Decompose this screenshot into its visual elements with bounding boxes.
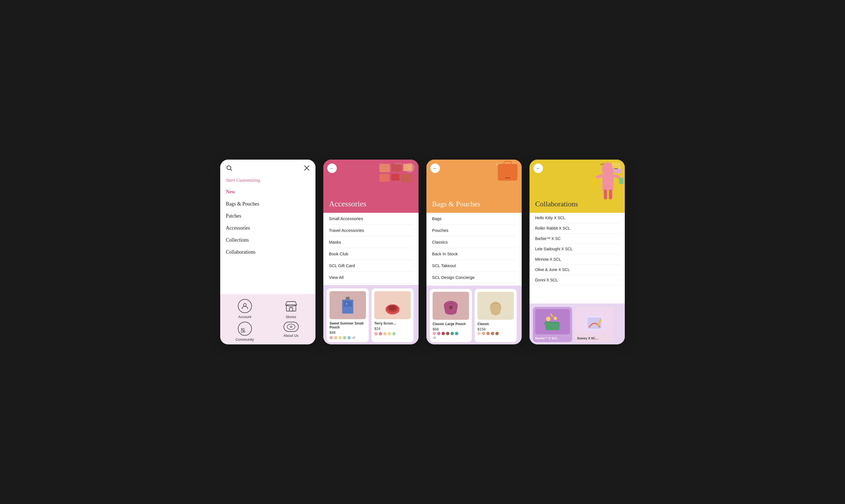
about-us-icon bbox=[283, 322, 299, 332]
menu-item-small-acc[interactable]: Small Accessories bbox=[329, 213, 413, 224]
search-icon[interactable] bbox=[226, 165, 232, 173]
about-us-button[interactable]: About Us bbox=[269, 322, 313, 342]
menu-item-masks[interactable]: Masks bbox=[329, 236, 413, 248]
accessories-title: Accessories bbox=[329, 199, 413, 208]
color-dot bbox=[334, 336, 337, 339]
color-dot bbox=[433, 332, 436, 335]
product-card-pouch: Z Sweet Summer Small Pouch $88 +8 bbox=[327, 288, 369, 342]
store-icon bbox=[284, 299, 298, 313]
community-button[interactable]: SC LN Community bbox=[223, 322, 266, 342]
color-dot bbox=[383, 332, 387, 336]
color-dot bbox=[477, 332, 481, 335]
menu-item-donni[interactable]: Donni X SCL bbox=[535, 275, 619, 285]
menu-item-view-all[interactable]: View All bbox=[329, 272, 413, 283]
menu-item-pouches[interactable]: Pouches bbox=[432, 224, 516, 236]
color-more: +8 bbox=[352, 336, 355, 339]
nav-item-accessories[interactable]: Accessories bbox=[226, 222, 310, 234]
screens-container: Start Customizing New Bags & Pouches Pat… bbox=[220, 160, 625, 344]
svg-rect-32 bbox=[619, 178, 623, 184]
nav-item-collections[interactable]: Collections bbox=[226, 234, 310, 246]
menu-item-minnow[interactable]: Minnow X SCL bbox=[535, 254, 619, 265]
menu-item-gift-card[interactable]: SCL Gift Card bbox=[329, 260, 413, 272]
product-price-2: $24 bbox=[374, 326, 411, 331]
menu-item-design[interactable]: SCL Design Concierge bbox=[432, 272, 516, 283]
svg-rect-14 bbox=[344, 301, 352, 307]
nav-item-collaborations[interactable]: Collaborations bbox=[226, 246, 310, 258]
color-dot bbox=[374, 332, 378, 336]
svg-point-9 bbox=[287, 324, 295, 329]
color-dot bbox=[343, 336, 346, 339]
menu-item-olive[interactable]: Olive & June X SCL bbox=[535, 265, 619, 275]
color-dot bbox=[379, 332, 382, 336]
menu-item-travel-acc[interactable]: Travel Accessories bbox=[329, 224, 413, 236]
account-button[interactable]: Account bbox=[223, 299, 266, 319]
collab-menu: Hello Kitty X SCL Roller Rabbit X SCL Ba… bbox=[529, 213, 625, 304]
product-price-bag1: $68 bbox=[433, 327, 469, 331]
back-button-bags[interactable]: ← bbox=[430, 163, 440, 173]
color-dot bbox=[442, 332, 445, 335]
screen-main-menu: Start Customizing New Bags & Pouches Pat… bbox=[220, 160, 316, 344]
svg-point-22 bbox=[449, 306, 453, 309]
nav-item-new[interactable]: New bbox=[226, 186, 310, 198]
menu-item-back-in-stock[interactable]: Back In Stock bbox=[432, 248, 516, 260]
product-price-bag2: $158 bbox=[477, 327, 514, 331]
color-dot bbox=[330, 336, 333, 339]
back-button[interactable]: ← bbox=[327, 163, 337, 173]
menu-item-book-club[interactable]: Book Club bbox=[329, 248, 413, 260]
menu-item-takeout[interactable]: SCL Takeout bbox=[432, 260, 516, 272]
top-bar bbox=[220, 160, 316, 176]
color-dot bbox=[495, 332, 499, 335]
back-button-collab[interactable]: ← bbox=[533, 163, 543, 173]
nav-menu: New Bags & Pouches Patches Accessories C… bbox=[220, 186, 316, 294]
product-img-bag2 bbox=[477, 292, 514, 320]
about-us-label: About Us bbox=[283, 334, 298, 338]
collab-hero: ← within bbox=[529, 160, 625, 213]
menu-item-lele[interactable]: Lele Sadoughi X SCL bbox=[535, 244, 619, 254]
product-img-barbie bbox=[535, 309, 570, 334]
product-card-barbie: Barbie™ X SCL bbox=[533, 307, 572, 342]
collab-products: Barbie™ X SCL Dsiney X SC… bbox=[529, 304, 625, 344]
account-icon bbox=[238, 299, 252, 313]
start-customizing-link[interactable]: Start Customizing bbox=[220, 176, 316, 186]
product-card-large-pouch: Classic Large Pouch $68 +8 bbox=[430, 289, 472, 342]
svg-rect-33 bbox=[612, 162, 620, 168]
menu-item-classics[interactable]: Classics bbox=[432, 236, 516, 248]
accessories-menu: Small Accessories Travel Accessories Mas… bbox=[323, 213, 419, 285]
account-label: Account bbox=[238, 315, 251, 319]
bags-hero: ← s days Bags & Pouches bbox=[426, 160, 522, 213]
screen-bags: ← s days Bags & Pouches Bags Po bbox=[426, 160, 522, 344]
color-dot bbox=[446, 332, 450, 335]
bags-title: Bags & Pouches bbox=[432, 200, 516, 208]
nav-item-patches[interactable]: Patches bbox=[226, 210, 310, 222]
color-dot bbox=[487, 332, 490, 335]
svg-text:LN: LN bbox=[241, 330, 245, 332]
menu-item-roller-rabbit[interactable]: Roller Rabbit X SCL bbox=[535, 223, 619, 234]
product-name-1: Sweet Summer Small Pouch bbox=[330, 321, 366, 329]
product-name-2: Terry Scrun… bbox=[374, 321, 411, 325]
screen-accessories: ← within Accessories Small Acces bbox=[323, 160, 419, 344]
product-card-disney: Dsiney X SC… bbox=[575, 307, 614, 342]
product-img-pouch: Z bbox=[330, 291, 366, 319]
menu-item-hello-kitty[interactable]: Hello Kitty X SCL bbox=[535, 213, 619, 223]
stores-button[interactable]: Stores bbox=[269, 299, 313, 319]
svg-rect-34 bbox=[614, 169, 621, 173]
svg-rect-29 bbox=[604, 190, 607, 199]
color-dot bbox=[451, 332, 454, 335]
color-dot bbox=[348, 336, 351, 339]
svg-rect-31 bbox=[593, 179, 597, 185]
product-name-barbie: Barbie™ X SCL bbox=[535, 337, 570, 340]
stores-label: Stores bbox=[286, 315, 296, 319]
menu-item-bags[interactable]: Bags bbox=[432, 213, 516, 224]
svg-line-1 bbox=[231, 169, 232, 170]
color-dot bbox=[491, 332, 494, 335]
svg-point-4 bbox=[244, 304, 246, 306]
color-dot bbox=[455, 332, 458, 335]
bottom-section: Account Stores SC bbox=[220, 294, 316, 344]
close-icon[interactable] bbox=[304, 165, 310, 173]
nav-item-bags[interactable]: Bags & Pouches bbox=[226, 198, 310, 210]
color-dots-bag2 bbox=[477, 331, 514, 336]
product-card-scrun: Terry Scrun… $24 bbox=[371, 288, 413, 342]
svg-point-36 bbox=[546, 317, 550, 321]
product-price-1: $88 bbox=[330, 330, 366, 335]
menu-item-barbie[interactable]: Barbie™ X SC bbox=[535, 234, 619, 244]
